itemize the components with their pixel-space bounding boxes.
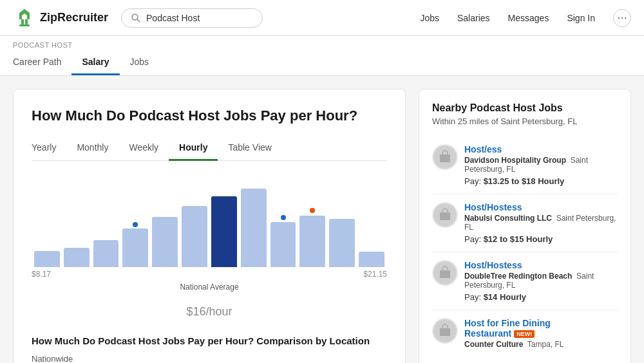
salary-tabs: Yearly Monthly Weekly Hourly Table View bbox=[32, 137, 387, 161]
svg-rect-4 bbox=[19, 24, 30, 26]
new-badge: NEW! bbox=[514, 330, 535, 338]
bar-12 bbox=[359, 174, 384, 267]
company-icon-1 bbox=[437, 149, 453, 165]
bar-1 bbox=[34, 174, 60, 267]
svg-line-6 bbox=[138, 19, 140, 22]
job-logo-3 bbox=[432, 260, 458, 286]
nav-messages[interactable]: Messages bbox=[508, 13, 549, 23]
job-item-4: Host for Fine Dining RestaurantNEW! Coun… bbox=[432, 310, 618, 357]
bar-2 bbox=[64, 174, 90, 267]
job-item-2: Host/Hostess Nabulsi Consulting LLC Sain… bbox=[432, 194, 618, 252]
bar-9 bbox=[270, 174, 296, 267]
job-company-3: DoubleTree Redington Beach Saint Petersb… bbox=[464, 272, 618, 290]
nav-sign-in[interactable]: Sign In bbox=[567, 13, 595, 23]
search-box[interactable] bbox=[121, 8, 263, 28]
company-icon-4 bbox=[437, 323, 453, 339]
comparison-title: How Much Do Podcast Host Jobs Pay per Ho… bbox=[32, 335, 387, 346]
right-panel: Nearby Podcast Host Jobs Within 25 miles… bbox=[419, 89, 631, 363]
main-content: How Much Do Podcast Host Jobs Pay per Ho… bbox=[0, 76, 644, 363]
bar-chart bbox=[32, 174, 387, 267]
salary-display: $16/hour bbox=[32, 294, 387, 321]
subnav-career-path[interactable]: Career Path bbox=[13, 53, 71, 75]
subnav-jobs[interactable]: Jobs bbox=[120, 53, 160, 75]
job-logo-2 bbox=[432, 202, 458, 228]
header: ZipRecruiter Jobs Salaries Messages Sign… bbox=[0, 0, 644, 36]
logo-icon bbox=[13, 6, 36, 30]
subnav-salary[interactable]: Salary bbox=[71, 53, 119, 75]
svg-rect-9 bbox=[440, 270, 450, 278]
bar-5 bbox=[152, 174, 178, 267]
more-button[interactable]: ⋯ bbox=[613, 9, 631, 27]
job-info-4: Host for Fine Dining RestaurantNEW! Coun… bbox=[464, 318, 618, 349]
bar-6 bbox=[182, 174, 207, 267]
comparison-bar: Nationwide bbox=[32, 354, 387, 363]
company-icon-2 bbox=[437, 207, 453, 223]
bar-3 bbox=[93, 174, 119, 267]
bar-8 bbox=[241, 174, 267, 267]
job-pay-3: Pay: $14 Hourly bbox=[464, 292, 618, 302]
svg-rect-10 bbox=[440, 328, 450, 336]
chart-labels: $8.17 $21.15 bbox=[32, 270, 387, 279]
bar-7-national-avg bbox=[211, 174, 237, 267]
sub-nav: Career Path Salary Jobs bbox=[13, 53, 631, 75]
search-icon bbox=[131, 13, 141, 23]
svg-point-5 bbox=[132, 14, 138, 20]
search-input[interactable] bbox=[146, 13, 249, 23]
nearby-title: Nearby Podcast Host Jobs bbox=[432, 102, 618, 114]
tab-table-view[interactable]: Table View bbox=[218, 137, 281, 161]
job-title-3[interactable]: Host/Hostess bbox=[464, 260, 522, 270]
tab-yearly[interactable]: Yearly bbox=[32, 137, 66, 161]
company-icon-3 bbox=[437, 265, 453, 281]
job-info-3: Host/Hostess DoubleTree Redington Beach … bbox=[464, 260, 618, 302]
breadcrumb-label: PODCAST HOST bbox=[13, 41, 631, 49]
svg-rect-7 bbox=[440, 154, 450, 162]
bar-11 bbox=[329, 174, 355, 267]
nav-salaries[interactable]: Salaries bbox=[457, 13, 490, 23]
job-company-2: Nabulsi Consulting LLC Saint Petersburg,… bbox=[464, 214, 618, 232]
left-panel: How Much Do Podcast Host Jobs Pay per Ho… bbox=[13, 89, 406, 363]
logo-text: ZipRecruiter bbox=[40, 11, 108, 24]
job-logo-1 bbox=[432, 144, 458, 170]
chart-label-left: $8.17 bbox=[32, 270, 51, 279]
job-company-4: Counter Culture Tampa, FL bbox=[464, 340, 618, 349]
national-avg-label: National Average bbox=[32, 283, 387, 292]
bar-4 bbox=[122, 174, 148, 267]
job-pay-2: Pay: $12 to $15 Hourly bbox=[464, 234, 618, 244]
svg-rect-8 bbox=[440, 212, 450, 220]
nearby-subtitle: Within 25 miles of Saint Petersburg, FL bbox=[432, 116, 618, 126]
job-title-4[interactable]: Host for Fine Dining RestaurantNEW! bbox=[464, 318, 551, 339]
nav-links: Jobs Salaries Messages Sign In ⋯ bbox=[420, 9, 631, 27]
job-info-2: Host/Hostess Nabulsi Consulting LLC Sain… bbox=[464, 202, 618, 244]
chart-label-right: $21.15 bbox=[363, 270, 387, 279]
job-title-2[interactable]: Host/Hostess bbox=[464, 202, 522, 212]
breadcrumb-bar: PODCAST HOST Career Path Salary Jobs bbox=[0, 36, 644, 76]
job-logo-4 bbox=[432, 318, 458, 344]
job-company-1: Davidson Hospitality Group Saint Petersb… bbox=[464, 156, 618, 174]
nav-jobs[interactable]: Jobs bbox=[420, 13, 439, 23]
job-item-1: Host/ess Davidson Hospitality Group Sain… bbox=[432, 136, 618, 194]
tab-weekly[interactable]: Weekly bbox=[118, 137, 169, 161]
panel-title: How Much Do Podcast Host Jobs Pay per Ho… bbox=[32, 107, 387, 124]
comparison-label: Nationwide bbox=[32, 354, 387, 363]
tab-hourly[interactable]: Hourly bbox=[169, 137, 218, 161]
logo[interactable]: ZipRecruiter bbox=[13, 6, 108, 30]
tab-monthly[interactable]: Monthly bbox=[66, 137, 118, 161]
job-title-1[interactable]: Host/ess bbox=[464, 144, 502, 154]
bar-10 bbox=[299, 174, 325, 267]
job-info-1: Host/ess Davidson Hospitality Group Sain… bbox=[464, 144, 618, 186]
job-pay-1: Pay: $13.25 to $18 Hourly bbox=[464, 176, 618, 186]
job-item-3: Host/Hostess DoubleTree Redington Beach … bbox=[432, 252, 618, 310]
